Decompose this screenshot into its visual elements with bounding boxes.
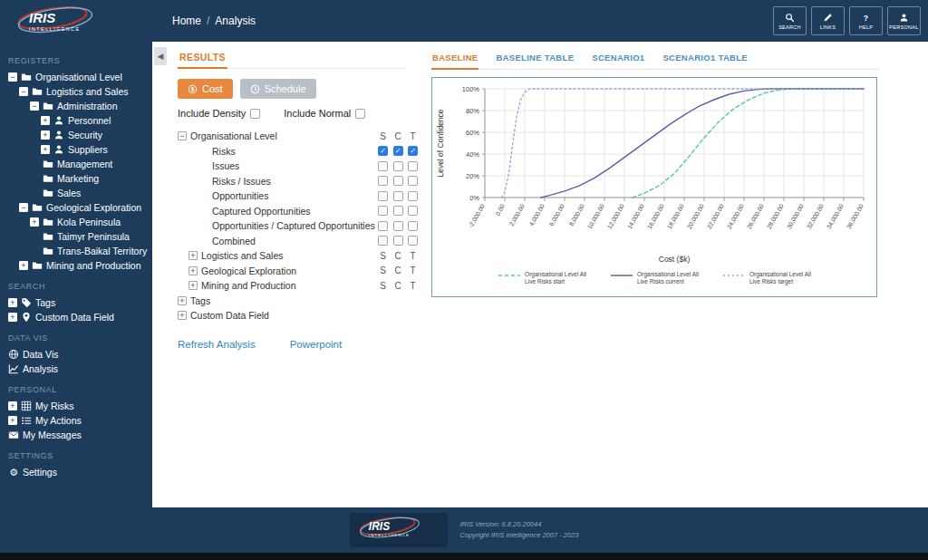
sidebar-item-management[interactable]: Management [0, 157, 152, 171]
results-row-combined[interactable]: Combined [178, 234, 419, 249]
sidebar-item-geological-exploration[interactable]: −Geological Exploration [0, 200, 152, 215]
expand-toggle-icon[interactable]: + [41, 116, 50, 125]
checkbox-c[interactable] [393, 206, 403, 216]
results-row-risks[interactable]: Risks✓✓✓ [178, 144, 419, 159]
collapse-toggle-icon[interactable]: − [178, 131, 187, 140]
collapse-toggle-icon[interactable]: − [19, 87, 28, 96]
expand-toggle-icon[interactable]: + [8, 313, 17, 322]
sidebar-item-my-risks[interactable]: +My Risks [0, 399, 152, 413]
expand-toggle-icon[interactable]: + [19, 261, 28, 270]
sidebar-item-organisational-level[interactable]: −Organisational Level [0, 70, 152, 84]
expand-toggle-icon[interactable]: + [8, 298, 17, 307]
chart-tab-scenario1-table[interactable]: SCENARIO1 TABLE [662, 49, 749, 69]
topbar-button-search[interactable]: SEARCH [773, 6, 807, 35]
sidebar-item-suppliers[interactable]: +Suppliers [0, 142, 152, 157]
checkbox-t[interactable] [408, 191, 418, 201]
results-row-risks-issues[interactable]: Risks / Issues [178, 174, 419, 189]
sidebar-item-administration[interactable]: −Administration [0, 99, 152, 113]
checkbox-s[interactable] [378, 206, 388, 216]
topbar-button-links[interactable]: LINKS [811, 6, 845, 35]
checkbox-s[interactable] [378, 221, 388, 231]
sidebar-item-trans-baikal-territory[interactable]: Trans-Baikal Territory [0, 244, 152, 258]
sidebar-item-my-messages[interactable]: My Messages [0, 428, 152, 442]
checkbox-t[interactable] [408, 221, 418, 231]
results-row-label: Geological Exploration [201, 266, 296, 276]
results-row-opportunities-captured-opportunities[interactable]: Opportunities / Captured Opportunities [178, 218, 419, 234]
results-row-organisational-level[interactable]: −Organisational LevelSCT [178, 129, 419, 144]
expand-toggle-icon[interactable]: + [188, 281, 198, 290]
expand-toggle-icon[interactable]: + [41, 145, 50, 154]
expand-toggle-icon[interactable]: + [188, 266, 198, 275]
checkbox-c[interactable] [393, 176, 403, 186]
topbar-button-help[interactable]: ?HELP [849, 6, 883, 35]
checkbox-c[interactable] [393, 221, 403, 231]
results-row-opportunities[interactable]: Opportunities [178, 188, 419, 204]
sidebar-item-mining-and-production[interactable]: +Mining and Production [0, 258, 152, 273]
expand-toggle-icon[interactable]: + [178, 311, 187, 320]
results-row-mining-and-production[interactable]: +Mining and ProductionSCT [178, 278, 419, 294]
collapse-toggle-icon[interactable]: − [19, 203, 28, 212]
results-row-tags[interactable]: +Tags [178, 294, 419, 309]
collapse-toggle-icon[interactable]: − [8, 72, 17, 82]
results-row-custom-data-field[interactable]: +Custom Data Field [178, 308, 419, 323]
sidebar-item-tags[interactable]: +Tags [0, 295, 152, 310]
include-normal-checkbox[interactable] [355, 109, 365, 119]
checkbox-t[interactable] [408, 176, 418, 186]
checkbox-s[interactable]: ✓ [378, 146, 388, 156]
collapse-toggle-icon[interactable]: − [30, 101, 39, 111]
tab-results[interactable]: RESULTS [178, 49, 227, 69]
refresh-analysis-link[interactable]: Refresh Analysis [178, 339, 256, 350]
checkbox-s[interactable] [378, 176, 388, 186]
sidebar-item-personnel[interactable]: +Personnel [0, 113, 152, 128]
sidebar-item-kola-peninsula[interactable]: +Kola Peninsula [0, 215, 152, 229]
checkbox-t[interactable]: ✓ [408, 146, 418, 156]
checkbox-t[interactable] [408, 206, 418, 216]
chart-tab-baseline[interactable]: BASELINE [431, 49, 478, 70]
sidebar-item-taimyr-peninsula[interactable]: Taimyr Peninsula [0, 229, 152, 244]
sidebar-item-analysis[interactable]: Analysis [0, 362, 152, 376]
checkbox-s[interactable] [378, 191, 388, 201]
svg-text:10,000.00: 10,000.00 [586, 203, 605, 230]
sidebar-item-data-vis[interactable]: Data Vis [0, 347, 152, 362]
checkbox-t[interactable] [408, 236, 418, 246]
checkbox-s[interactable] [378, 236, 388, 246]
checkbox-c[interactable] [393, 236, 403, 246]
powerpoint-link[interactable]: Powerpoint [290, 339, 343, 350]
checkbox-c[interactable]: ✓ [393, 146, 403, 156]
cost-button[interactable]: $ Cost [178, 79, 233, 99]
expander-spacer [199, 237, 208, 246]
results-row-issues[interactable]: Issues [178, 159, 419, 174]
sidebar-item-settings[interactable]: ⚙Settings [0, 465, 152, 479]
checkbox-s[interactable] [378, 161, 388, 171]
results-tree: −Organisational LevelSCTRisks✓✓✓IssuesRi… [178, 129, 419, 323]
results-row-captured-opportunities[interactable]: Captured Opportunities [178, 204, 419, 219]
sidebar-item-label: Organisational Level [35, 72, 122, 82]
sidebar-item-label: Logistics and Sales [46, 86, 128, 97]
sidebar-item-marketing[interactable]: Marketing [0, 171, 152, 186]
chart-tab-baseline-table[interactable]: BASELINE TABLE [495, 49, 575, 69]
expand-toggle-icon[interactable]: + [41, 130, 50, 140]
include-density-checkbox[interactable] [250, 109, 260, 119]
expand-toggle-icon[interactable]: + [30, 217, 39, 227]
sidebar-item-custom-data-field[interactable]: +Custom Data Field [0, 310, 152, 324]
expand-toggle-icon[interactable]: + [8, 416, 17, 425]
sidebar-item-security[interactable]: +Security [0, 128, 152, 142]
expand-toggle-icon[interactable]: + [188, 251, 198, 260]
chart-tab-scenario1[interactable]: SCENARIO1 [591, 49, 645, 69]
sidebar-item-logistics-and-sales[interactable]: −Logistics and Sales [0, 84, 152, 99]
expand-toggle-icon[interactable]: + [178, 296, 187, 305]
sidebar-section-title-settings: SETTINGS [0, 442, 152, 465]
results-row-geological-exploration[interactable]: +Geological ExplorationSCT [178, 264, 419, 279]
sidebar-item-my-actions[interactable]: +My Actions [0, 413, 152, 428]
sidebar-item-sales[interactable]: Sales [0, 186, 152, 200]
svg-text:12,000.00: 12,000.00 [606, 203, 625, 230]
checkbox-t[interactable] [408, 161, 418, 171]
schedule-button[interactable]: Schedule [240, 79, 316, 99]
checkbox-c[interactable] [393, 191, 403, 201]
results-row-logistics-and-sales[interactable]: +Logistics and SalesSCT [178, 248, 419, 264]
topbar-button-personal[interactable]: PERSONAL [887, 6, 921, 35]
expand-toggle-icon[interactable]: + [8, 401, 17, 410]
breadcrumb-home[interactable]: Home [172, 14, 201, 27]
collapse-panel-button[interactable]: ◀ [154, 47, 167, 65]
checkbox-c[interactable] [393, 161, 403, 171]
